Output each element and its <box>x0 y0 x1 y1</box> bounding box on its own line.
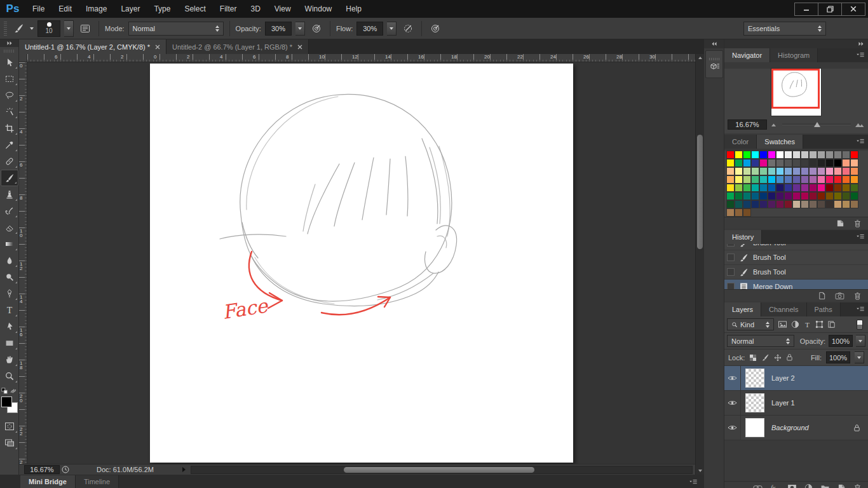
color-swatch[interactable] <box>784 184 792 192</box>
bottom-panel-tab[interactable]: Mini Bridge <box>20 475 76 488</box>
color-swatch[interactable] <box>726 192 735 200</box>
color-swatch[interactable] <box>726 175 735 184</box>
color-swatch[interactable] <box>726 159 735 167</box>
new-adjustment-layer-icon[interactable] <box>804 484 813 488</box>
color-swatch[interactable] <box>776 175 784 184</box>
toolbar-grip[interactable] <box>4 50 15 53</box>
color-swatch[interactable] <box>850 200 858 208</box>
color-swatch[interactable] <box>776 151 784 159</box>
document-tab[interactable]: Untitled-2 @ 66.7% (Layer 1, RGB/8) * <box>166 39 309 54</box>
color-swatch[interactable] <box>784 167 792 175</box>
filter-smart-objects-icon[interactable] <box>827 320 836 329</box>
tool-type[interactable] <box>1 302 18 318</box>
color-swatch[interactable] <box>792 184 801 192</box>
navigator-view-box[interactable] <box>771 69 820 109</box>
color-swatch[interactable] <box>792 167 801 175</box>
menu-item[interactable]: Layer <box>114 0 147 18</box>
color-swatch[interactable] <box>726 167 735 175</box>
lock-position-icon[interactable] <box>774 354 782 362</box>
layer-thumbnail[interactable] <box>746 394 764 412</box>
color-swatch[interactable] <box>834 184 842 192</box>
color-swatch[interactable] <box>792 151 801 159</box>
tool-preset-dropdown-icon[interactable] <box>30 27 34 30</box>
restore-button[interactable] <box>818 3 842 16</box>
workspace-select[interactable]: Essentials <box>743 22 826 36</box>
color-swatch[interactable] <box>784 175 792 184</box>
color-swatch[interactable] <box>809 151 817 159</box>
menu-item[interactable]: Filter <box>213 0 244 18</box>
history-source-checkbox[interactable] <box>727 254 735 261</box>
history-source-checkbox[interactable] <box>727 244 735 247</box>
panel-tab[interactable]: Color <box>724 135 757 149</box>
expand-dock-icon[interactable] <box>724 39 868 48</box>
zoom-level-field[interactable]: 16.67% <box>24 465 60 474</box>
color-swatch[interactable] <box>751 200 759 208</box>
color-swatch[interactable] <box>801 159 809 167</box>
layer-visibility-eye-icon[interactable] <box>724 391 741 415</box>
color-swatch[interactable] <box>817 184 825 192</box>
color-swatch[interactable] <box>834 200 842 208</box>
filter-toggle[interactable] <box>857 320 863 330</box>
new-doc-from-state-icon[interactable] <box>818 292 826 300</box>
vertical-scrollbar-thumb[interactable] <box>697 135 703 249</box>
filter-type-layers-icon[interactable] <box>803 320 811 329</box>
color-swatch[interactable] <box>735 184 743 192</box>
panel-menu-icon[interactable] <box>856 52 865 58</box>
color-swatch[interactable] <box>792 200 801 208</box>
color-swatch[interactable] <box>825 159 834 167</box>
panel-tab[interactable]: Navigator <box>724 48 770 62</box>
close-tab-icon[interactable] <box>297 44 302 50</box>
color-swatch[interactable] <box>834 151 842 159</box>
vertical-ruler[interactable]: 024681012141618202224 <box>19 62 27 464</box>
color-swatch[interactable] <box>726 184 735 192</box>
tool-spot-healing-brush[interactable] <box>1 153 18 170</box>
history-state-row[interactable]: Brush Tool <box>724 265 868 280</box>
layer-row[interactable]: Layer 2 <box>724 366 868 391</box>
color-swatch[interactable] <box>792 192 801 200</box>
color-swatch[interactable] <box>735 192 743 200</box>
tool-zoom[interactable] <box>1 368 18 384</box>
color-swatch[interactable] <box>801 175 809 184</box>
color-swatch[interactable] <box>850 167 858 175</box>
color-swatch[interactable] <box>751 184 759 192</box>
tool-eyedropper[interactable] <box>1 137 18 153</box>
color-swatch[interactable] <box>834 159 842 167</box>
color-swatch[interactable] <box>842 200 850 208</box>
tool-dodge[interactable] <box>1 269 18 285</box>
color-swatch[interactable] <box>751 175 759 184</box>
default-colors-icon[interactable] <box>1 388 8 394</box>
layer-name[interactable]: Layer 2 <box>771 374 795 382</box>
history-state-row[interactable]: Brush Tool <box>724 244 868 250</box>
color-swatch[interactable] <box>735 175 743 184</box>
color-swatch[interactable] <box>850 159 858 167</box>
color-swatch[interactable] <box>751 151 759 159</box>
layer-name[interactable]: Background <box>771 424 809 431</box>
toolbar-collapse-icon[interactable] <box>0 39 18 47</box>
layer-fill-dropdown-icon[interactable] <box>855 351 864 363</box>
history-source-checkbox[interactable] <box>727 283 735 289</box>
collapse-dock-icon[interactable] <box>704 39 724 48</box>
color-swatch[interactable] <box>834 167 842 175</box>
tool-brush[interactable] <box>1 170 18 186</box>
menu-item[interactable]: Select <box>177 0 212 18</box>
brush-preset-picker[interactable]: 10 <box>37 20 60 37</box>
color-swatch[interactable] <box>825 175 834 184</box>
color-swatch[interactable] <box>735 200 743 208</box>
bottom-panel-menu-icon[interactable] <box>689 479 698 488</box>
vertical-scrollbar[interactable] <box>695 54 704 475</box>
new-layer-icon[interactable] <box>837 484 846 488</box>
color-swatch[interactable] <box>850 151 858 159</box>
lock-all-icon[interactable] <box>786 353 793 362</box>
panel-tab[interactable]: Swatches <box>757 135 803 149</box>
color-swatch[interactable] <box>743 208 751 217</box>
zoom-in-mountain-icon[interactable] <box>855 121 865 128</box>
color-swatch[interactable] <box>850 175 858 184</box>
color-swatch[interactable] <box>768 159 776 167</box>
tool-rectangular-marquee[interactable] <box>1 71 18 87</box>
color-swatch[interactable] <box>817 192 825 200</box>
close-button[interactable] <box>841 3 865 16</box>
layer-thumbnail[interactable] <box>746 369 764 387</box>
color-swatch[interactable] <box>743 159 751 167</box>
color-swatch[interactable] <box>809 200 817 208</box>
panel-tab[interactable]: Channels <box>761 302 806 316</box>
